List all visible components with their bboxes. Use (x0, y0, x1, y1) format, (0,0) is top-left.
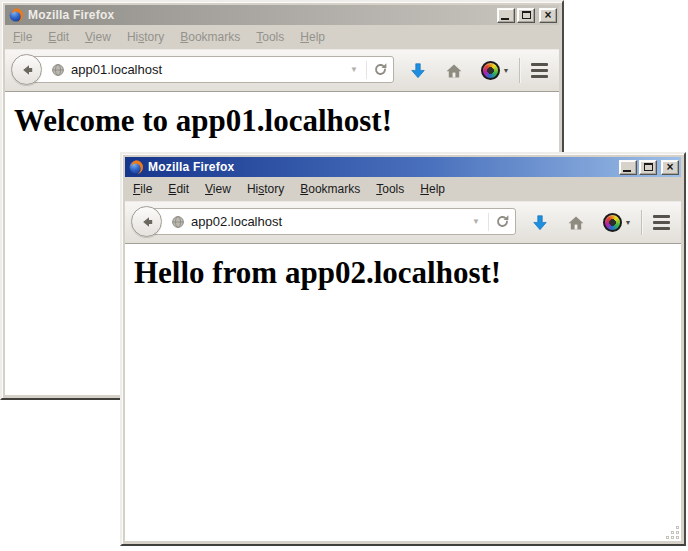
reload-icon (373, 62, 388, 77)
download-arrow-icon (530, 213, 550, 233)
url-bar[interactable]: app01.localhost ▼ (20, 56, 394, 83)
maximize-icon (644, 163, 653, 171)
titlebar[interactable]: Mozilla Firefox × (125, 157, 681, 177)
menu-item-view[interactable]: View (78, 27, 118, 47)
hamburger-menu-button[interactable] (525, 50, 553, 91)
addon-button[interactable]: ▼ (601, 202, 633, 243)
firefox-logo-icon (128, 159, 144, 175)
home-button[interactable] (563, 202, 589, 243)
menu-item-edit[interactable]: Edit (161, 179, 196, 199)
menu-item-history[interactable]: History (240, 179, 291, 199)
site-identity-globe-icon[interactable] (51, 63, 65, 77)
maximize-button[interactable] (639, 160, 657, 175)
hamburger-menu-button[interactable] (647, 202, 675, 243)
menu-item-tools[interactable]: Tools (369, 179, 411, 199)
menu-item-file[interactable]: File (126, 179, 159, 199)
menu-item-file[interactable]: File (6, 27, 39, 47)
navigation-toolbar: app01.localhost ▼ ▼ (5, 49, 559, 92)
window-title: Mozilla Firefox (28, 8, 493, 22)
back-button[interactable] (131, 206, 162, 237)
toolbar-separator (519, 58, 521, 83)
download-arrow-icon (408, 61, 428, 81)
menu-item-history[interactable]: History (120, 27, 171, 47)
reload-icon (495, 214, 510, 229)
desktop: { "app": { "name": "Mozilla Firefox" }, … (0, 0, 688, 551)
menu-item-view[interactable]: View (198, 179, 238, 199)
home-icon (445, 62, 463, 80)
resize-grip-icon[interactable] (666, 526, 680, 540)
maximize-icon (522, 11, 531, 19)
window-controls: × (497, 8, 557, 23)
minimize-icon (623, 170, 631, 172)
menu-bar: FileEditViewHistoryBookmarksToolsHelp (125, 177, 681, 201)
downloads-button[interactable] (405, 50, 431, 91)
maximize-button[interactable] (517, 8, 535, 23)
hamburger-menu-icon (531, 63, 548, 66)
site-identity-globe-icon[interactable] (171, 215, 185, 229)
addon-dropdown-caret-icon: ▼ (625, 219, 632, 226)
menu-item-help[interactable]: Help (293, 27, 332, 47)
color-wheel-addon-icon (481, 61, 500, 80)
menu-item-bookmarks[interactable]: Bookmarks (293, 179, 367, 199)
minimize-button[interactable] (497, 8, 515, 23)
reload-button[interactable] (366, 61, 388, 79)
page-heading: Welcome to app01.localhost! (14, 103, 559, 139)
menu-item-edit[interactable]: Edit (41, 27, 76, 47)
url-input[interactable]: app02.localhost (191, 214, 464, 229)
titlebar[interactable]: Mozilla Firefox × (5, 5, 559, 25)
firefox-logo-icon (8, 7, 24, 23)
url-bar[interactable]: app02.localhost ▼ (140, 208, 516, 235)
toolbar-separator (641, 210, 643, 235)
menu-item-tools[interactable]: Tools (249, 27, 291, 47)
addon-dropdown-caret-icon: ▼ (503, 67, 510, 74)
close-button[interactable]: × (539, 8, 557, 23)
close-button[interactable]: × (661, 160, 679, 175)
firefox-window-app02[interactable]: Mozilla Firefox × FileEditViewHistoryBoo… (120, 152, 686, 546)
back-button[interactable] (11, 54, 42, 85)
color-wheel-addon-icon (603, 213, 622, 232)
home-icon (567, 214, 585, 232)
urlbar-dropdown-icon[interactable]: ▼ (470, 218, 482, 226)
addon-button[interactable]: ▼ (479, 50, 511, 91)
urlbar-dropdown-icon[interactable]: ▼ (348, 66, 360, 74)
window-controls: × (619, 160, 679, 175)
window-title: Mozilla Firefox (148, 160, 615, 174)
home-button[interactable] (441, 50, 467, 91)
hamburger-menu-icon (653, 215, 670, 218)
page-content: Hello from app02.localhost! (125, 244, 681, 541)
minimize-button[interactable] (619, 160, 637, 175)
menu-bar: FileEditViewHistoryBookmarksToolsHelp (5, 25, 559, 49)
page-heading: Hello from app02.localhost! (134, 255, 681, 291)
downloads-button[interactable] (527, 202, 553, 243)
menu-item-bookmarks[interactable]: Bookmarks (173, 27, 247, 47)
navigation-toolbar: app02.localhost ▼ ▼ (125, 201, 681, 244)
minimize-icon (501, 18, 509, 20)
back-arrow-icon (19, 62, 35, 78)
menu-item-help[interactable]: Help (413, 179, 452, 199)
url-input[interactable]: app01.localhost (71, 62, 342, 77)
back-arrow-icon (139, 214, 155, 230)
reload-button[interactable] (488, 213, 510, 231)
